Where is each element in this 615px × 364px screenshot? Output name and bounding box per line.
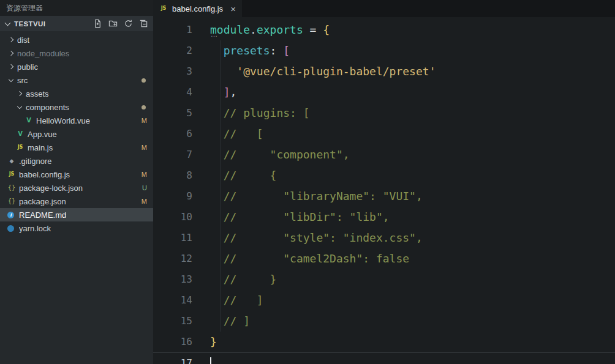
code-text: // [ <box>202 124 263 144</box>
file-label: README.md <box>19 210 66 220</box>
code-editor: 1module.exports = {2 presets: [3 '@vue/c… <box>153 17 615 364</box>
code-line-14[interactable]: 14 // ] <box>153 290 615 311</box>
code-line-16[interactable]: 16} <box>153 332 615 352</box>
tree-item-public[interactable]: public <box>0 60 153 73</box>
line-number: 1 <box>153 20 202 40</box>
code-line-8[interactable]: 8 // { <box>153 165 615 186</box>
code-text: // "libDir": "lib", <box>202 207 390 228</box>
tree-item-app-vue[interactable]: VApp.vue <box>0 127 153 141</box>
code-line-5[interactable]: 5 // plugins: [ <box>153 103 615 124</box>
code-line-3[interactable]: 3 '@vue/cli-plugin-babel/preset' <box>153 61 615 82</box>
file-label: App.vue <box>28 130 57 139</box>
code-line-7[interactable]: 7 // "component", <box>153 144 615 165</box>
code-line-2[interactable]: 2 presets: [ <box>153 40 615 61</box>
file-label: components <box>26 103 69 112</box>
tree-item-dist[interactable]: dist <box>0 33 153 46</box>
code-text: // plugins: [ <box>202 103 310 124</box>
code-line-10[interactable]: 10 // "libDir": "lib", <box>153 207 615 228</box>
tree-item-assets[interactable]: assets <box>0 87 153 100</box>
code-line-17[interactable]: 17 <box>153 352 615 364</box>
tree-item-package-json[interactable]: {}package.jsonM <box>0 195 153 208</box>
explorer-actions <box>92 19 148 29</box>
file-label: package.json <box>19 197 66 206</box>
code-text: // "libraryName": "VUI", <box>202 186 423 207</box>
git-icon: ◆ <box>7 157 16 165</box>
collapse-all-icon[interactable] <box>138 19 148 29</box>
file-label: package-lock.json <box>19 184 83 193</box>
project-section-header[interactable]: TESTVUI <box>0 16 153 31</box>
tree-item-node-modules[interactable]: node_modules <box>0 46 153 60</box>
line-number: 6 <box>153 124 202 144</box>
git-status-badge: M <box>141 144 147 151</box>
yarn-icon <box>7 225 14 232</box>
file-label: public <box>17 62 38 72</box>
line-number: 8 <box>153 165 202 186</box>
file-label: src <box>17 76 28 85</box>
line-number: 16 <box>153 332 202 352</box>
code-text: module.exports = { <box>202 20 330 40</box>
code-text: presets: [ <box>202 40 290 61</box>
new-file-icon[interactable] <box>92 19 102 29</box>
tab-babel-config[interactable]: JS babel.config.js × <box>153 0 242 17</box>
code-text <box>202 353 211 364</box>
inline-hint-ellipsis: … <box>211 31 218 38</box>
file-label: yarn.lock <box>19 224 51 233</box>
new-folder-icon[interactable] <box>108 19 118 29</box>
line-number: 13 <box>153 269 202 290</box>
vscode-window: 资源管理器 TESTVUI <box>0 0 615 364</box>
code-line-9[interactable]: 9 // "libraryName": "VUI", <box>153 186 615 207</box>
code-text: // ] <box>202 290 263 311</box>
code-text: // "camel2Dash": false <box>202 248 409 269</box>
file-label: node_modules <box>17 49 69 58</box>
close-icon[interactable]: × <box>230 4 236 13</box>
chevron-down-icon <box>5 20 11 26</box>
tree-item-helloworld-vue[interactable]: VHelloWorld.vueM <box>0 114 153 127</box>
chevron-right-icon <box>7 63 15 70</box>
json-icon: {} <box>7 197 16 206</box>
chevron-right-icon <box>7 50 15 57</box>
vue-icon: V <box>16 130 25 138</box>
chevron-down-icon <box>16 103 23 111</box>
tree-item-components[interactable]: components <box>0 100 153 114</box>
file-label: .gitignore <box>19 157 51 166</box>
code-line-13[interactable]: 13 // } <box>153 269 615 290</box>
tree-item--gitignore[interactable]: ◆.gitignore <box>0 154 153 168</box>
line-number: 10 <box>153 207 202 228</box>
tree-item-src[interactable]: src <box>0 73 153 87</box>
file-label: dist <box>17 35 29 45</box>
code-line-15[interactable]: 15 // ] <box>153 311 615 332</box>
tab-strip: JS babel.config.js × <box>153 0 615 17</box>
line-number: 4 <box>153 82 202 103</box>
tree-item-main-js[interactable]: JSmain.jsM <box>0 141 153 154</box>
code-line-4[interactable]: 4 ], <box>153 82 615 103</box>
line-number: 12 <box>153 248 202 269</box>
chevron-down-icon <box>7 76 15 84</box>
code-line-1[interactable]: 1module.exports = { <box>153 20 615 40</box>
code-line-6[interactable]: 6 // [ <box>153 124 615 144</box>
tree-item-babel-config-js[interactable]: JSbabel.config.jsM <box>0 168 153 181</box>
code-line-11[interactable]: 11 // "style": "index.css", <box>153 228 615 248</box>
file-label: main.js <box>28 143 53 152</box>
tree-item-readme-md[interactable]: iREADME.md <box>0 208 153 221</box>
tab-label: babel.config.js <box>172 4 223 13</box>
code-line-12[interactable]: 12 // "camel2Dash": false <box>153 248 615 269</box>
tree-item-package-lock-json[interactable]: {}package-lock.jsonU <box>0 181 153 195</box>
js-icon: JS <box>7 170 16 179</box>
refresh-icon[interactable] <box>123 19 133 29</box>
line-number: 7 <box>153 144 202 165</box>
explorer-pane-title: 资源管理器 <box>0 0 153 16</box>
file-label: assets <box>26 89 49 98</box>
code-text: // "component", <box>202 144 350 165</box>
git-status-badge: M <box>141 198 147 205</box>
code-text: } <box>202 332 217 352</box>
js-icon: JS <box>16 143 25 152</box>
code-lines: 1module.exports = {2 presets: [3 '@vue/c… <box>153 20 615 364</box>
line-number: 14 <box>153 290 202 311</box>
modified-dot <box>141 105 146 110</box>
git-status-badge: U <box>142 184 147 191</box>
chevron-right-icon <box>16 90 23 97</box>
tree-item-yarn-lock[interactable]: yarn.lock <box>0 221 153 235</box>
line-number: 5 <box>153 103 202 124</box>
file-label: HelloWorld.vue <box>36 116 90 125</box>
vue-icon: V <box>25 116 33 125</box>
